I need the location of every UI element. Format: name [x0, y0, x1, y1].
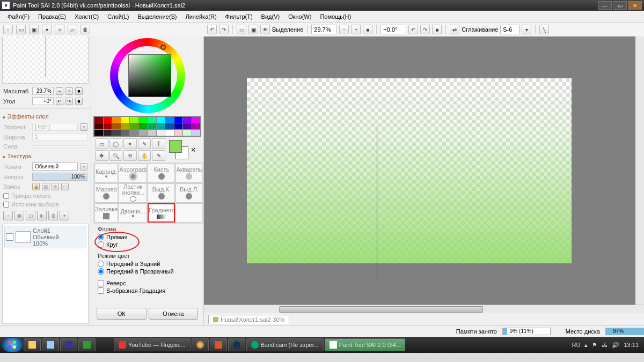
- task-bandicam[interactable]: Bandicam (Не зарег...: [246, 338, 324, 351]
- brush-bucket[interactable]: Заливка: [94, 203, 118, 223]
- menu-window[interactable]: Окно(W): [284, 12, 316, 21]
- lasso-tool[interactable]: ◯: [109, 138, 123, 149]
- transfer-down[interactable]: ▾: [42, 25, 52, 34]
- rotate-ccw-button[interactable]: ↶: [56, 98, 63, 105]
- flip-h-button[interactable]: ⇄: [450, 25, 459, 34]
- layer-item[interactable]: Слой1 Обычный 100%: [4, 226, 86, 248]
- s-curve-checkbox[interactable]: S-образная Градация: [98, 287, 197, 294]
- brush-marker[interactable]: Маркер: [94, 183, 118, 203]
- menu-canvas[interactable]: Холст(C): [70, 12, 103, 21]
- document-tab[interactable]: НовыйХолст1.sai2 30%: [208, 315, 289, 324]
- pinned-explorer[interactable]: [24, 338, 41, 351]
- lock-move-button[interactable]: ✥: [52, 183, 59, 190]
- task-paint[interactable]: [192, 338, 209, 351]
- tray-lang[interactable]: RU: [572, 342, 581, 348]
- color-wheel[interactable]: [93, 35, 201, 116]
- menu-edit[interactable]: Правка(E): [34, 12, 70, 21]
- foreground-color-swatch[interactable]: [169, 140, 182, 153]
- smoothing-value[interactable]: S-6: [500, 25, 519, 34]
- marquee-tool[interactable]: ▭: [95, 138, 108, 149]
- deselect-button[interactable]: ▭: [237, 25, 246, 34]
- swap-colors-icon[interactable]: ⤮: [191, 146, 196, 153]
- vertical-scrollbar[interactable]: [635, 23, 644, 305]
- menu-filter[interactable]: Фильтр(T): [221, 12, 257, 21]
- angle-value[interactable]: +0°: [32, 97, 54, 105]
- tray-volume-icon[interactable]: 🔊: [612, 342, 619, 349]
- menu-view[interactable]: Вид(V): [257, 12, 284, 21]
- brush-seleraser[interactable]: Выд.Л.: [175, 183, 202, 203]
- selpen-tool[interactable]: ✎: [138, 138, 151, 149]
- texture-title[interactable]: Текстура: [0, 151, 91, 161]
- maximize-button[interactable]: ▭: [613, 1, 627, 10]
- new-raster-layer[interactable]: ▫: [3, 25, 13, 34]
- tray-up-icon[interactable]: ▴: [584, 342, 588, 349]
- fg-to-bg-option[interactable]: Передний в Задний: [98, 260, 197, 268]
- rotate-reset-toolbar[interactable]: ■: [432, 25, 442, 34]
- blend-mode-dropdown[interactable]: ▾: [80, 163, 87, 171]
- tray-network-icon[interactable]: 🖧: [602, 342, 608, 348]
- eyedropper-tool[interactable]: ✎: [152, 150, 165, 161]
- smoothing-dropdown[interactable]: ▾: [522, 25, 531, 34]
- rotate-cw-button[interactable]: ↷: [65, 98, 73, 105]
- rotate-reset-button[interactable]: ■: [75, 98, 83, 105]
- task-steam[interactable]: [228, 338, 245, 351]
- redo-button[interactable]: ↷: [219, 25, 229, 34]
- lock-pixel-button[interactable]: ▦: [42, 183, 49, 190]
- zoom-in-button[interactable]: +: [65, 87, 73, 95]
- pinned-media[interactable]: [78, 338, 96, 351]
- new-layer-button[interactable]: ▫: [3, 211, 13, 220]
- task-ppt[interactable]: [210, 338, 227, 351]
- zoom-input[interactable]: 29.7%: [311, 25, 337, 34]
- merge-down[interactable]: ▿: [55, 25, 64, 34]
- task-youtube[interactable]: YouTube — Яндекс...: [114, 338, 191, 351]
- move-tool[interactable]: ✥: [95, 150, 108, 161]
- new-linework-button[interactable]: ◫: [26, 211, 35, 220]
- zoom-in-toolbar[interactable]: +: [351, 25, 361, 34]
- zoom-fit-toolbar[interactable]: ■: [363, 25, 372, 34]
- text-tool[interactable]: T: [152, 138, 165, 149]
- menu-file[interactable]: Файл(F): [3, 12, 34, 21]
- brush-selpen[interactable]: Выд.К.: [148, 183, 175, 203]
- rotation-input[interactable]: +0.0°: [380, 25, 406, 34]
- shape-line-option[interactable]: Прямая: [98, 233, 197, 241]
- undo-button[interactable]: ↶: [207, 25, 217, 34]
- new-linework-layer[interactable]: ▭: [16, 25, 26, 34]
- brush-gradient[interactable]: Градиент: [148, 203, 175, 223]
- rotate-tool[interactable]: ⟲: [123, 150, 137, 161]
- reverse-checkbox[interactable]: Реверс: [98, 279, 197, 287]
- delete-layer[interactable]: 🗑: [80, 25, 90, 34]
- layer-visibility-toggle[interactable]: [6, 233, 13, 241]
- layer-effects-title[interactable]: Эффекты слоя: [0, 111, 91, 122]
- wand-tool[interactable]: ✦: [123, 138, 137, 149]
- zoom-out-toolbar[interactable]: −: [339, 25, 349, 34]
- brush-eraser[interactable]: Ластик кнопки...: [119, 183, 147, 203]
- pinned-save[interactable]: [60, 338, 77, 351]
- brush-airbrush[interactable]: Аэрограф: [119, 164, 147, 183]
- tray-flag-icon[interactable]: ⚑: [592, 342, 597, 349]
- menu-selection[interactable]: Выделение(S): [133, 12, 181, 21]
- pin-checkbox[interactable]: [3, 193, 9, 199]
- color-square[interactable]: [128, 54, 171, 97]
- clear-layer[interactable]: ▱: [68, 25, 77, 34]
- ok-button[interactable]: ОК: [97, 308, 147, 320]
- lock-all-button[interactable]: 🔒: [32, 183, 40, 190]
- brush-pencil[interactable]: Каранд.: [94, 164, 118, 183]
- canvas-viewport[interactable]: [204, 23, 644, 305]
- merge-button[interactable]: ▾: [60, 211, 69, 220]
- menu-help[interactable]: Помощь(H): [316, 12, 355, 21]
- color-palette[interactable]: [93, 116, 201, 137]
- new-folder-button[interactable]: ▣: [14, 211, 24, 220]
- hand-tool[interactable]: ✋: [138, 150, 151, 161]
- effect-value[interactable]: [ Нет ]: [32, 123, 78, 131]
- brush-empty[interactable]: [175, 203, 202, 223]
- lock-none-button[interactable]: □: [61, 183, 69, 190]
- zoom-tool[interactable]: 🔍: [109, 150, 123, 161]
- mask-button[interactable]: ◐: [37, 211, 47, 220]
- cancel-button[interactable]: Отмена: [149, 308, 199, 320]
- effect-dropdown-button[interactable]: ▾: [80, 123, 87, 131]
- minimize-button[interactable]: —: [598, 1, 612, 10]
- menu-ruler[interactable]: Линейка(R): [181, 12, 221, 21]
- close-button[interactable]: ✕: [628, 1, 642, 10]
- invert-sel-button[interactable]: ▣: [248, 25, 258, 34]
- zoom-out-button[interactable]: −: [56, 87, 63, 95]
